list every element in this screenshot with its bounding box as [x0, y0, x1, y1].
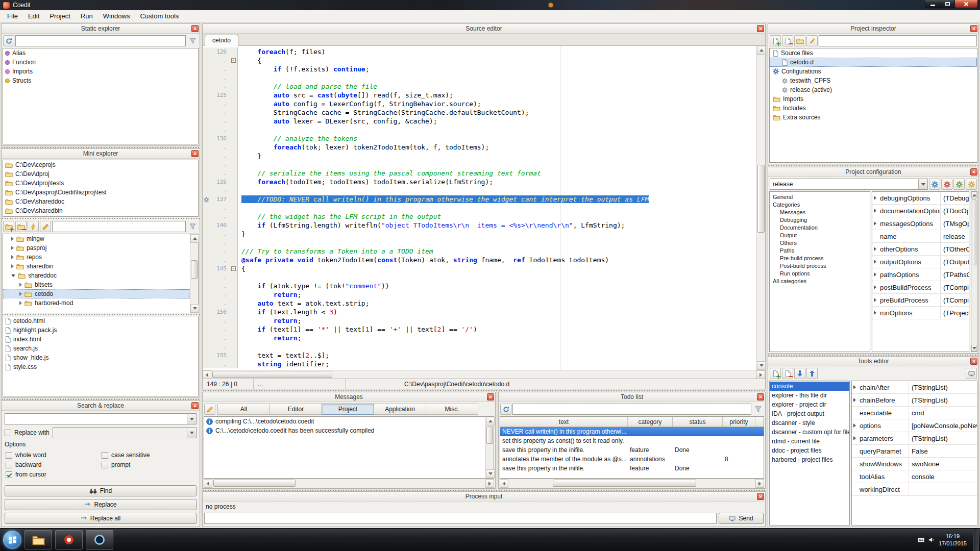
code-line[interactable]: 120 foreach(f; files)	[203, 47, 756, 56]
property-row-queryparamet[interactable]: queryParametFalse	[852, 445, 977, 458]
remove-favorite-button[interactable]	[15, 221, 27, 232]
property-value[interactable]: (TCompileProc	[941, 294, 969, 306]
property-value[interactable]: (TStringList)	[909, 432, 977, 444]
todo-row[interactable]: save this property in the inifile.featur…	[500, 445, 764, 455]
taskbar-opera-button[interactable]	[55, 530, 83, 549]
expand-arrow-icon[interactable]	[853, 423, 858, 428]
scroll-down-button[interactable]	[971, 345, 977, 352]
option-backward[interactable]: backward	[6, 461, 100, 468]
property-row-documentationoption[interactable]: documentationOption(TDocOpts)	[872, 205, 969, 217]
expand-arrow-icon[interactable]	[874, 221, 878, 226]
code-line[interactable]: 130 // analyze the tokens	[203, 134, 756, 143]
code-line[interactable]: 145-{	[203, 264, 756, 273]
close-panel-icon[interactable]: ×	[487, 393, 494, 400]
refresh-todos-button[interactable]	[500, 404, 511, 415]
scroll-up-button[interactable]	[486, 417, 495, 425]
replace-button[interactable]: Replace	[5, 499, 197, 510]
expand-arrow-icon[interactable]	[853, 436, 858, 440]
tree-node-pasproj[interactable]: pasproj	[3, 243, 190, 253]
config-category-output[interactable]: Output	[770, 231, 870, 239]
code-line[interactable]: .@safe private void token2TodoItem(const…	[203, 256, 756, 264]
option-from-cursor[interactable]: from cursor	[6, 471, 100, 478]
expand-arrow-icon[interactable]	[874, 272, 878, 277]
property-row-toolalias[interactable]: toolAliasconsole	[852, 470, 977, 483]
remove-configuration-button[interactable]	[941, 179, 952, 190]
property-value[interactable]: (TMsgOpts)	[941, 217, 969, 230]
code-line[interactable]: ./// Try to transforms a Token into a a …	[203, 247, 756, 256]
scroll-down-button[interactable]	[486, 469, 495, 478]
tree-node-sharedbin[interactable]: sharedbin	[3, 262, 190, 271]
file-item-index-html[interactable]: index.html	[3, 335, 198, 344]
checkbox-box[interactable]	[102, 452, 108, 459]
clear-messages-button[interactable]	[204, 404, 215, 415]
tree-node-harbored-mod[interactable]: harbored-mod	[3, 298, 190, 308]
checkbox-box[interactable]	[6, 471, 12, 478]
property-value[interactable]: console	[909, 470, 977, 483]
property-value[interactable]: (TCompileProc	[941, 281, 969, 293]
menu-windows[interactable]: Windows	[98, 11, 135, 21]
property-row-executable[interactable]: executablecmd	[852, 407, 977, 419]
static-symbol-structs[interactable]: Structs	[3, 76, 198, 85]
favorite-folder[interactable]: C:\Dev\dproj\tests	[3, 179, 198, 188]
find-button[interactable]: Find	[5, 485, 197, 496]
code-line[interactable]: .	[203, 126, 756, 134]
static-symbol-function[interactable]: Function	[3, 58, 198, 67]
property-value[interactable]: (TStringList)	[909, 394, 977, 406]
config-category-general[interactable]: General	[770, 193, 870, 201]
property-value[interactable]: (TOutputOpts)	[941, 256, 969, 268]
close-panel-icon[interactable]: ×	[970, 358, 977, 365]
inspector-filter-input[interactable]	[819, 35, 977, 46]
fold-collapse-icon[interactable]: -	[231, 58, 236, 63]
shell-open-button[interactable]	[28, 221, 39, 232]
scroll-up-button[interactable]	[757, 46, 766, 55]
option-prompt[interactable]: prompt	[102, 461, 195, 468]
code-line[interactable]: .}	[203, 230, 756, 238]
move-tool-down-button[interactable]	[794, 368, 805, 379]
inspector-node-extra-sources[interactable]: Extra sources	[770, 113, 977, 122]
move-tool-up-button[interactable]	[806, 368, 818, 379]
tool-item-ddoc-project-files[interactable]: ddoc - project files	[770, 446, 849, 455]
messages-tab-editor[interactable]: Editor	[270, 404, 322, 415]
property-row-chainafter[interactable]: chainAfter(TStringList)	[852, 381, 977, 394]
config-category-messages[interactable]: Messages	[770, 208, 870, 216]
add-folder-button[interactable]	[794, 35, 805, 46]
code-line[interactable]: 137 //TODO: NEVER call writeln() in this…	[203, 195, 756, 204]
tool-item-dscanner-style[interactable]: dscanner - style	[770, 418, 849, 428]
close-window-button[interactable]	[954, 0, 978, 8]
property-row-options[interactable]: options[poNewConsole,poNew	[852, 419, 977, 432]
tool-item-rdmd-current-file[interactable]: rdmd - current file	[770, 437, 849, 446]
code-line[interactable]: .	[203, 204, 756, 212]
messages-tab-project[interactable]: Project	[322, 404, 374, 415]
chevron-down-icon[interactable]	[11, 274, 15, 277]
scroll-left-button[interactable]	[500, 479, 508, 488]
scroll-right-button[interactable]	[485, 479, 494, 488]
property-row-postbuildprocess[interactable]: postBuildProcess(TCompileProc	[872, 281, 969, 294]
file-item-style-css[interactable]: style.css	[3, 362, 198, 371]
property-row-otheroptions[interactable]: otherOptions(TOtherOpts)	[872, 243, 969, 256]
chevron-right-icon[interactable]	[19, 283, 22, 287]
code-line[interactable]: . return;	[203, 334, 756, 342]
code-line[interactable]: 150 if (text.length < 3)	[203, 308, 756, 316]
todo-row[interactable]: save this property in the inifile.featur…	[500, 464, 764, 473]
process-input-field[interactable]	[204, 513, 717, 524]
code-line[interactable]: 125 auto src = cast(ubyte[]) read(f, siz…	[203, 91, 756, 99]
minimize-button[interactable]	[925, 0, 940, 8]
config-category-debugging[interactable]: Debugging	[770, 216, 870, 223]
expand-arrow-icon[interactable]	[853, 385, 858, 389]
todo-row[interactable]: annotates the member of the module as @s…	[500, 455, 764, 464]
property-value[interactable]: (TOtherOpts)	[941, 243, 969, 255]
remove-source-button[interactable]	[782, 35, 793, 46]
expand-arrow-icon[interactable]	[874, 209, 878, 213]
favorite-folder[interactable]: C:\Dev\dproj	[3, 169, 198, 179]
property-value[interactable]: cmd	[909, 407, 977, 419]
search-term-combo[interactable]	[5, 413, 197, 424]
property-value[interactable]: (TDocOpts)	[941, 205, 969, 217]
code-line[interactable]: .	[203, 273, 756, 282]
tab-cetodo[interactable]: cetodo	[205, 35, 238, 46]
todo-row[interactable]: NEVER call writeln() in this program oth…	[500, 427, 764, 436]
chevron-right-icon[interactable]	[11, 264, 14, 268]
config-category-run-options[interactable]: Run options	[770, 269, 870, 277]
tool-item-dscanner-custom-opt-for-file[interactable]: dscanner - custom opt for file	[770, 428, 849, 437]
property-value[interactable]: (TPathsOpts)	[941, 268, 969, 281]
checkbox-box[interactable]	[6, 452, 12, 459]
